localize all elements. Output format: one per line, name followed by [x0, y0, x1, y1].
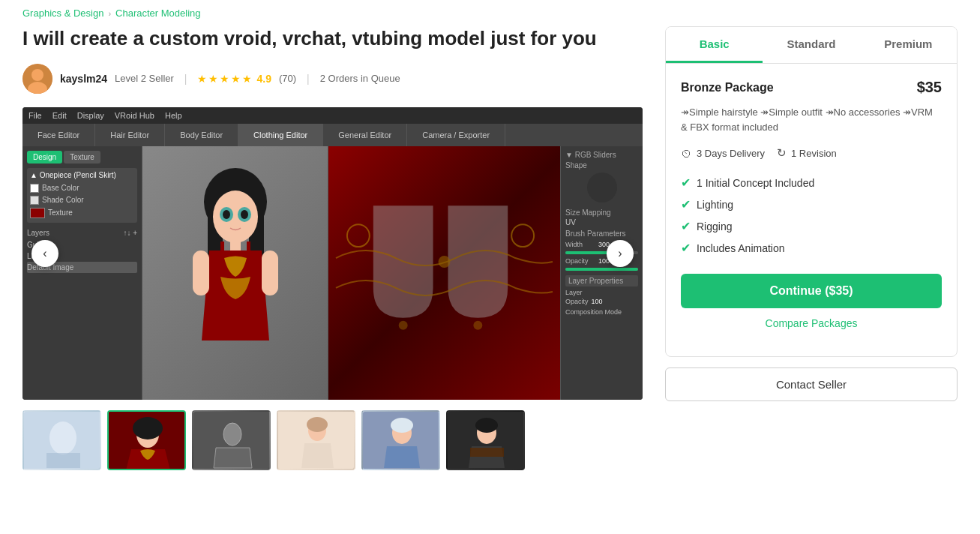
package-description: ↠Simple hairstyle ↠Simple outfit ↠No acc…: [681, 105, 942, 134]
rgb-sliders-label: ▼ RGB Sliders: [565, 151, 638, 159]
layer-opacity-row: Opacity 100: [565, 298, 638, 305]
revision-info: ↻ 1 Revision: [777, 146, 837, 160]
tab-basic[interactable]: Basic: [666, 27, 763, 63]
thumbnail-5[interactable]: [361, 410, 440, 470]
thumbnail-6[interactable]: [446, 410, 525, 470]
shape-section: Shape: [565, 161, 638, 202]
menu-file[interactable]: File: [28, 111, 42, 120]
base-color-prop: Base Color: [30, 182, 134, 194]
svg-point-23: [49, 422, 76, 454]
layer-opacity-value: 100: [592, 298, 603, 305]
package-header: Bronze Package $35: [681, 79, 942, 96]
package-meta: ⏲ 3 Days Delivery ↻ 1 Revision: [681, 146, 942, 160]
tab-standard[interactable]: Standard: [763, 27, 859, 63]
star-5: ★: [242, 73, 252, 85]
feature-1: ✔ 1 Initial Concept Included: [681, 172, 942, 194]
breadcrumb: Graphics & Design › Character Modeling: [0, 0, 980, 26]
seller-name[interactable]: kayslm24: [60, 73, 107, 85]
svg-point-21: [473, 321, 482, 330]
clothing-editor-tab[interactable]: Clothing Editor: [238, 124, 323, 146]
texture-panel: [328, 146, 560, 400]
svg-point-38: [475, 418, 498, 433]
thumbnail-strip: [22, 410, 643, 473]
design-tab[interactable]: Design: [27, 151, 62, 164]
clock-icon: ⏲: [681, 147, 692, 160]
general-editor-tab[interactable]: General Editor: [323, 124, 407, 146]
right-properties-panel: ▼ RGB Sliders Shape Size Mapping UV Brus…: [560, 146, 643, 400]
base-color-swatch[interactable]: [30, 184, 39, 193]
shape-label: Shape: [565, 161, 638, 170]
face-editor-tab[interactable]: Face Editor: [22, 124, 95, 146]
thumbnail-2[interactable]: [107, 410, 186, 470]
shade-color-swatch[interactable]: [30, 196, 39, 205]
opacity-slider[interactable]: [565, 268, 638, 271]
right-column: Basic Standard Premium Bronze Package $3…: [665, 26, 958, 473]
next-arrow[interactable]: ›: [607, 240, 634, 267]
revision-text: 1 Revision: [791, 148, 837, 159]
main-image-container: ‹ File Edit Display VRoid Hub Help Face …: [22, 107, 643, 400]
star-2: ★: [208, 73, 218, 85]
ornament-svg: [328, 146, 560, 400]
base-color-label: Base Color: [42, 184, 79, 192]
prev-arrow[interactable]: ‹: [31, 240, 58, 267]
feature-3: ✔ Rigging: [681, 215, 942, 237]
layers-label: Layers: [27, 229, 49, 237]
left-column: I will create a custom vroid, vrchat, vt…: [22, 26, 643, 473]
contact-seller-button[interactable]: Contact Seller: [665, 368, 958, 401]
svg-point-11: [241, 210, 248, 219]
uv-label: UV: [565, 218, 638, 226]
character-viewport: [142, 146, 328, 400]
gig-title: I will create a custom vroid, vrchat, vt…: [22, 26, 643, 52]
shape-circle: [587, 172, 617, 202]
menu-display[interactable]: Display: [77, 111, 104, 120]
package-price: $35: [917, 79, 942, 96]
menu-edit[interactable]: Edit: [52, 111, 67, 120]
texture-swatch[interactable]: [30, 208, 45, 218]
svg-point-17: [347, 224, 370, 247]
svg-point-20: [399, 321, 408, 330]
svg-rect-15: [220, 242, 224, 252]
check-icon-3: ✔: [681, 219, 691, 233]
svg-point-35: [391, 418, 413, 433]
texture-label: Texture: [48, 208, 73, 217]
camera-exporter-tab[interactable]: Camera / Exporter: [407, 124, 505, 146]
vroid-main-area: [142, 146, 560, 400]
size-mapping-label: Size Mapping: [565, 208, 638, 217]
layer-label: Layer: [565, 289, 638, 296]
shade-color-label: Shade Color: [42, 196, 84, 204]
hair-editor-tab[interactable]: Hair Editor: [95, 124, 165, 146]
breadcrumb-category[interactable]: Graphics & Design: [22, 8, 103, 19]
tab-premium[interactable]: Premium: [860, 27, 957, 63]
layers-controls[interactable]: ↑↓ +: [123, 229, 137, 237]
feature-2-text: Lighting: [697, 199, 733, 211]
menu-vroid[interactable]: VRoid Hub: [115, 111, 154, 120]
svg-point-19: [439, 256, 451, 268]
thumbnail-1[interactable]: [22, 410, 101, 470]
feature-4-text: Includes Animation: [697, 242, 785, 254]
thumbnail-3[interactable]: [192, 410, 271, 470]
continue-button[interactable]: Continue ($35): [681, 274, 942, 308]
menu-help[interactable]: Help: [165, 111, 182, 120]
package-tabs: Basic Standard Premium: [666, 27, 957, 64]
contact-section: Contact Seller: [665, 368, 958, 401]
body-editor-tab[interactable]: Body Editor: [165, 124, 238, 146]
brush-params-label: Brush Parameters: [565, 230, 638, 238]
avatar[interactable]: [22, 64, 52, 94]
texture-tab[interactable]: Texture: [64, 151, 100, 164]
seller-row: kayslm24 Level 2 Seller | ★ ★ ★ ★ ★ 4.9 …: [22, 64, 643, 94]
vroid-editor-tabs: Face Editor Hair Editor Body Editor Clot…: [22, 124, 643, 146]
svg-rect-12: [230, 239, 241, 250]
thumbnail-4[interactable]: [277, 410, 355, 470]
feature-4: ✔ Includes Animation: [681, 237, 942, 259]
svg-rect-39: [470, 448, 504, 457]
sidebar-tabs: Design Texture: [27, 151, 137, 164]
svg-rect-16: [247, 242, 250, 252]
svg-rect-14: [262, 250, 278, 296]
texture-prop: Texture: [30, 206, 134, 220]
compare-packages-link[interactable]: Compare Packages: [681, 317, 942, 329]
svg-point-32: [307, 417, 328, 432]
opacity-fill: [565, 268, 638, 271]
width-label: Width: [565, 241, 595, 248]
section-label: ▲ Onepiece (Pencil Skirt): [30, 171, 134, 179]
check-icon-4: ✔: [681, 241, 691, 255]
